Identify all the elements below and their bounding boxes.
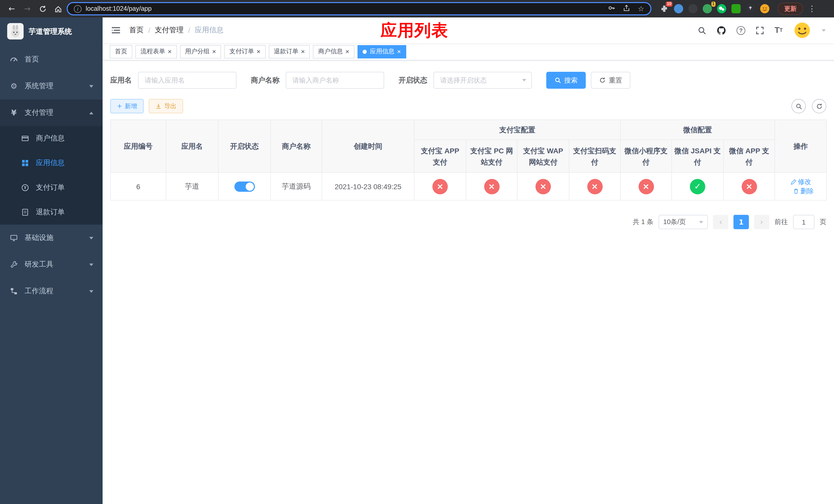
extension-icon-green-square[interactable] xyxy=(731,4,741,13)
sidebar-item-label: 系统管理 xyxy=(25,82,53,91)
close-icon[interactable]: × xyxy=(301,48,305,55)
table-header-group-row: 应用编号 应用名 开启状态 商户名称 创建时间 支付宝配置 微信配置 操作 xyxy=(111,120,827,140)
order-coin-icon xyxy=(21,184,30,192)
close-icon[interactable]: × xyxy=(212,48,216,55)
share-icon[interactable] xyxy=(623,4,631,13)
status-alipay-qr-pay: × xyxy=(587,179,602,194)
help-icon[interactable]: ? xyxy=(737,26,745,35)
url-text[interactable]: localhost:1024/pay/app xyxy=(86,5,604,12)
cell-actions: 修改 删除 xyxy=(775,173,827,201)
col-alipay-qr: 支付宝扫码支付 xyxy=(569,140,620,173)
sidebar-item-refund-orders[interactable]: 退款订单 xyxy=(0,200,103,225)
sidebar-item-infra[interactable]: 基础设施 xyxy=(0,225,103,251)
search-icon[interactable] xyxy=(698,26,706,35)
next-page-button[interactable]: › xyxy=(754,215,769,229)
delete-link[interactable]: 删除 xyxy=(793,187,814,196)
extension-icon-green-badged[interactable]: 1 xyxy=(703,4,712,13)
add-button-label: 新增 xyxy=(125,102,137,111)
tab-process-form[interactable]: 流程表单 × xyxy=(135,45,177,58)
browser-update-button[interactable]: 更新 xyxy=(777,3,803,15)
plus-icon: + xyxy=(117,102,122,110)
address-bar[interactable]: i localhost:1024/pay/app ☆ xyxy=(67,2,652,15)
app-title: 芋道管理系统 xyxy=(29,27,72,37)
page-size-select[interactable]: 10条/页 xyxy=(659,215,708,229)
status-select[interactable]: 请选择开启状态 xyxy=(433,72,532,89)
reset-button[interactable]: 重置 xyxy=(591,72,630,89)
extension-icon-blue[interactable] xyxy=(674,4,683,13)
close-icon[interactable]: × xyxy=(168,48,172,55)
app-name-input[interactable] xyxy=(138,72,237,89)
browser-back-icon[interactable]: ← xyxy=(5,2,19,15)
add-button[interactable]: + 新增 xyxy=(110,99,144,113)
browser-menu-icon[interactable]: ⋮ xyxy=(805,2,819,15)
col-merchant: 商户名称 xyxy=(270,120,322,173)
extension-icon-dark[interactable] xyxy=(688,4,698,13)
close-icon[interactable]: × xyxy=(346,48,349,55)
breadcrumb-current: 应用信息 xyxy=(195,26,224,35)
close-icon[interactable]: × xyxy=(397,48,401,55)
breadcrumb-home[interactable]: 首页 xyxy=(129,26,144,35)
merchant-name-input[interactable] xyxy=(286,72,384,89)
status-wechat-mini-pay: × xyxy=(638,179,654,194)
cell-wechat-app: × xyxy=(723,173,775,201)
export-button-label: 导出 xyxy=(164,102,176,111)
tab-app-info[interactable]: 应用信息 × xyxy=(357,45,406,58)
password-key-icon[interactable] xyxy=(608,4,616,13)
edit-link[interactable]: 修改 xyxy=(790,177,811,187)
cell-alipay-qr: × xyxy=(569,173,620,201)
search-button[interactable]: 搜索 xyxy=(546,72,586,89)
extension-icon-avatar-face[interactable] xyxy=(760,4,769,13)
extension-icon-pin[interactable] xyxy=(746,4,755,13)
status-alipay-wap-pay: × xyxy=(535,179,551,194)
sidebar-item-merchant-info[interactable]: 商户信息 xyxy=(0,126,103,151)
chevron-down-icon xyxy=(699,221,703,224)
cell-merchant: 芋道源码 xyxy=(270,173,322,201)
page-number-1[interactable]: 1 xyxy=(733,215,749,229)
goto-page-input[interactable] xyxy=(793,215,814,229)
browser-home-icon[interactable] xyxy=(51,2,65,15)
tab-merchant-info[interactable]: 商户信息 × xyxy=(313,45,354,58)
sidebar-item-system[interactable]: ⚙ 系统管理 xyxy=(0,73,103,99)
omnibox-icons: ☆ xyxy=(608,4,644,13)
sidebar-item-dev-tools[interactable]: 研发工具 xyxy=(0,251,103,278)
table-row: 6 芋道 芋道源码 2021-10-23 08:49:25 × × xyxy=(111,173,827,201)
site-info-icon[interactable]: i xyxy=(74,5,82,13)
sidebar-item-payment[interactable]: ¥ 支付管理 xyxy=(0,99,103,126)
user-avatar[interactable] xyxy=(793,21,811,40)
refresh-button[interactable] xyxy=(812,99,826,113)
chevron-down-icon xyxy=(89,263,93,266)
fullscreen-icon[interactable] xyxy=(755,26,764,35)
goto-prefix: 前往 xyxy=(774,217,788,227)
goto-suffix: 页 xyxy=(820,217,826,227)
sidebar-item-pay-orders[interactable]: 支付订单 xyxy=(0,175,103,200)
sidebar-item-workflow[interactable]: 工作流程 xyxy=(0,278,103,304)
export-button[interactable]: 导出 xyxy=(149,99,183,113)
tab-pay-orders[interactable]: 支付订单 × xyxy=(224,45,265,58)
tab-home[interactable]: 首页 xyxy=(110,45,132,58)
toggle-search-button[interactable] xyxy=(791,99,806,113)
browser-reload-icon[interactable] xyxy=(36,2,49,15)
browser-forward-icon[interactable]: → xyxy=(21,2,34,15)
cell-status xyxy=(218,173,270,201)
status-toggle[interactable] xyxy=(234,182,255,192)
close-icon[interactable]: × xyxy=(257,48,260,55)
font-size-icon[interactable]: TT xyxy=(774,26,783,35)
tab-user-group[interactable]: 用户分组 × xyxy=(180,45,221,58)
extensions-puzzle-icon[interactable]: 10 xyxy=(660,4,669,13)
github-icon[interactable] xyxy=(717,25,726,35)
sidebar: 芋道管理系统 首页 ⚙ 系统管理 ¥ 支付管理 xyxy=(0,18,103,504)
search-button-label: 搜索 xyxy=(564,76,577,85)
prev-page-button[interactable]: ‹ xyxy=(713,215,728,229)
col-app-name: 应用名 xyxy=(166,120,218,173)
hamburger-icon[interactable] xyxy=(111,25,121,36)
sidebar-item-app-info[interactable]: 应用信息 xyxy=(0,151,103,175)
bookmark-star-icon[interactable]: ☆ xyxy=(638,5,644,13)
sidebar-item-home[interactable]: 首页 xyxy=(0,46,103,73)
tab-refund-orders[interactable]: 退款订单 × xyxy=(269,45,310,58)
sidebar-logo[interactable]: 芋道管理系统 xyxy=(0,18,103,46)
breadcrumb-payment[interactable]: 支付管理 xyxy=(155,26,184,35)
screen: ← → i localhost:1024/pay/app ☆ xyxy=(0,0,834,504)
extension-icon-wechat[interactable] xyxy=(717,4,726,13)
avatar-caret-icon[interactable] xyxy=(822,29,826,31)
cell-app-name: 芋道 xyxy=(166,173,218,201)
